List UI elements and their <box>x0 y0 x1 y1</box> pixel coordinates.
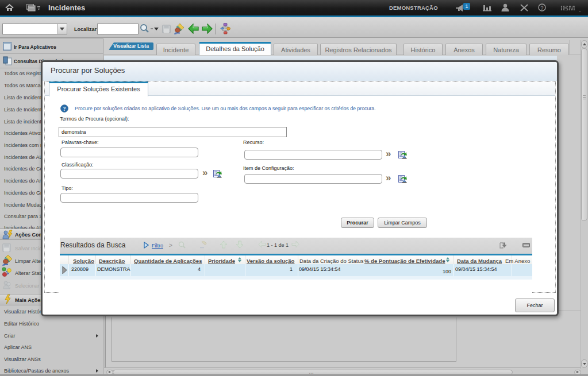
svg-text:?: ? <box>540 5 543 11</box>
svg-text:1: 1 <box>465 3 468 9</box>
svg-text:?: ? <box>63 106 66 112</box>
